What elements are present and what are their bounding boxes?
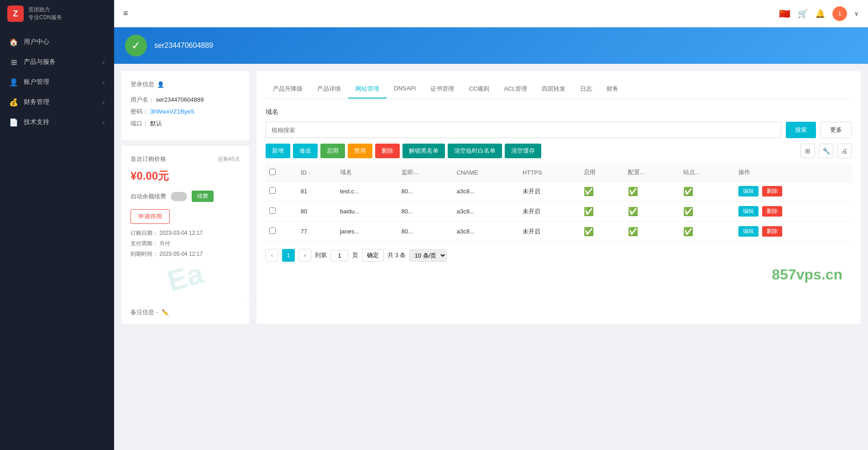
row-listen: 80...: [398, 222, 453, 242]
tab-log[interactable]: 日志: [573, 80, 599, 98]
search-button[interactable]: 搜索: [786, 122, 816, 138]
prev-page-button[interactable]: ‹: [266, 249, 278, 262]
tab-cc[interactable]: CC规则: [461, 80, 497, 98]
row-https: 未开启: [519, 222, 580, 242]
row-id: 77: [297, 222, 336, 242]
row-edit-button[interactable]: 编辑: [738, 186, 758, 197]
row-delete-button[interactable]: 删除: [762, 186, 782, 197]
edit-icon[interactable]: ✏️: [162, 309, 169, 316]
row-config: ✅: [624, 181, 680, 202]
user-avatar[interactable]: 1: [832, 6, 847, 21]
enabled-check-icon: ✅: [584, 207, 594, 216]
table-row: 80 baidu... 80... a3c8... 未开启 ✅ ✅ ✅ 编辑 删…: [266, 202, 852, 222]
port-row: 端口： 默认: [131, 119, 240, 128]
disable-button[interactable]: 禁用: [348, 144, 372, 158]
goto-confirm-button[interactable]: 确定: [362, 249, 384, 262]
sidebar-item-account[interactable]: 👤 账户管理 ∨: [0, 72, 114, 92]
enable-button[interactable]: 启用: [320, 144, 345, 158]
row-listen: 80...: [398, 202, 453, 222]
row-edit-button[interactable]: 编辑: [738, 226, 758, 237]
row-site: ✅: [680, 222, 735, 242]
sidebar-item-tech-support[interactable]: 📄 技术支持 ∨: [0, 112, 114, 132]
username-row: 用户名： ser234470604889: [131, 96, 240, 104]
renew-button[interactable]: 续费: [192, 191, 214, 202]
bell-icon[interactable]: 🔔: [815, 9, 825, 19]
pagination: ‹ 1 › 到第 页 确定 共 3 条 10 条/页 20 条/页 50 条/页: [266, 249, 852, 262]
sidebar-item-label: 技术支持: [24, 118, 102, 126]
order-date-value: 2023-03-04 12:17: [159, 230, 203, 236]
tab-forward[interactable]: 四层转发: [534, 80, 573, 98]
tab-website[interactable]: 网站管理: [348, 80, 387, 98]
col-domain: 域名: [336, 164, 397, 181]
tab-acl[interactable]: ACL管理: [497, 80, 534, 98]
cart-icon[interactable]: 🛒: [798, 9, 808, 19]
logo-icon: Z: [7, 5, 24, 22]
more-button[interactable]: 更多: [821, 122, 852, 138]
auto-renew-toggle[interactable]: [171, 192, 187, 201]
blacklist-button[interactable]: 解锁黑名单: [403, 144, 445, 158]
expire-value: 2023-05-04 12:17: [159, 251, 203, 257]
tab-detail[interactable]: 产品详情: [310, 80, 348, 98]
grid-icon: ⊞: [9, 57, 18, 67]
config-check-icon: ✅: [628, 207, 638, 216]
per-page-select[interactable]: 10 条/页 20 条/页 50 条/页: [409, 249, 447, 262]
sidebar-item-user-center[interactable]: 🏠 用户中心: [0, 32, 114, 52]
sidebar-item-label: 账户管理: [24, 78, 102, 86]
edit-button[interactable]: 修改: [293, 144, 318, 158]
menu-icon[interactable]: ≡: [123, 9, 128, 18]
cache-button[interactable]: 清空缓存: [505, 144, 541, 158]
page-label: 页: [352, 251, 358, 259]
tab-finance[interactable]: 财务: [599, 80, 626, 98]
print-icon[interactable]: 🖨: [837, 144, 852, 158]
config-check-icon: ✅: [628, 187, 638, 196]
chevron-down-icon: ∨: [102, 80, 105, 85]
row-checkbox: [266, 181, 297, 202]
table-header: ID ↕ 域名 监听... CNAME HTTPS 启用 配置... 站点...…: [266, 164, 852, 181]
delete-button[interactable]: 删除: [375, 144, 400, 158]
row-delete-button[interactable]: 删除: [762, 226, 782, 237]
goto-page-input[interactable]: [330, 250, 349, 261]
row-edit-button[interactable]: 编辑: [738, 206, 758, 217]
whitelist-button[interactable]: 清空临时白名单: [448, 144, 502, 158]
add-button[interactable]: 新增: [266, 144, 290, 158]
password-label: 密码：: [131, 108, 148, 115]
tab-upgrade[interactable]: 产品升降级: [266, 80, 310, 98]
row-select-checkbox[interactable]: [269, 228, 276, 234]
suspend-button[interactable]: 申请停用: [131, 209, 170, 224]
user-icon: 👤: [9, 78, 18, 87]
filter-icon[interactable]: 🔧: [819, 144, 833, 158]
action-bar-right: ⊞ 🔧 🖨: [800, 144, 852, 158]
next-page-button[interactable]: ›: [298, 249, 311, 262]
sidebar-item-finance[interactable]: 💰 财务管理 ∨: [0, 92, 114, 112]
login-info-title: 登录信息 👤: [131, 80, 240, 88]
sidebar-item-products[interactable]: ⊞ 产品与服务 ∨: [0, 52, 114, 72]
row-select-checkbox[interactable]: [269, 187, 276, 194]
col-enabled: 启用: [580, 164, 624, 181]
user-dropdown[interactable]: ∨: [854, 10, 859, 17]
flag-icon[interactable]: 🇨🇳: [779, 8, 790, 19]
page-1-button[interactable]: 1: [282, 249, 295, 262]
row-config: ✅: [624, 202, 680, 222]
person-icon: 👤: [157, 81, 164, 88]
row-enabled: ✅: [580, 222, 624, 242]
row-delete-button[interactable]: 删除: [762, 206, 782, 217]
row-cname: a3c8...: [453, 181, 519, 202]
row-action: 编辑 删除: [735, 222, 852, 242]
tab-dnsapi[interactable]: DNSAPI: [387, 80, 423, 98]
select-all-checkbox[interactable]: [269, 169, 276, 175]
service-banner: ✓ ser234470604889: [114, 27, 868, 64]
enabled-check-icon: ✅: [584, 227, 594, 236]
right-panel: 产品升降级 产品详情 网站管理 DNSAPI 证书管理 CC规则 ACL管理 四…: [256, 71, 861, 324]
row-select-checkbox[interactable]: [269, 207, 276, 214]
row-listen: 80...: [398, 181, 453, 202]
table-row: 81 test.c... 80... a3c8... 未开启 ✅ ✅ ✅ 编辑 …: [266, 181, 852, 202]
table-row: 77 janes... 80... a3c8... 未开启 ✅ ✅ ✅ 编辑 删…: [266, 222, 852, 242]
memo-row: 备注信息 - ✏️: [131, 308, 240, 316]
search-input[interactable]: [266, 122, 781, 138]
grid-view-icon[interactable]: ⊞: [800, 144, 815, 158]
col-checkbox: [266, 164, 297, 181]
footer-watermark: 857vps.cn: [266, 262, 852, 288]
row-site: ✅: [680, 202, 735, 222]
doc-icon: 📄: [9, 118, 18, 127]
tab-cert[interactable]: 证书管理: [423, 80, 461, 98]
